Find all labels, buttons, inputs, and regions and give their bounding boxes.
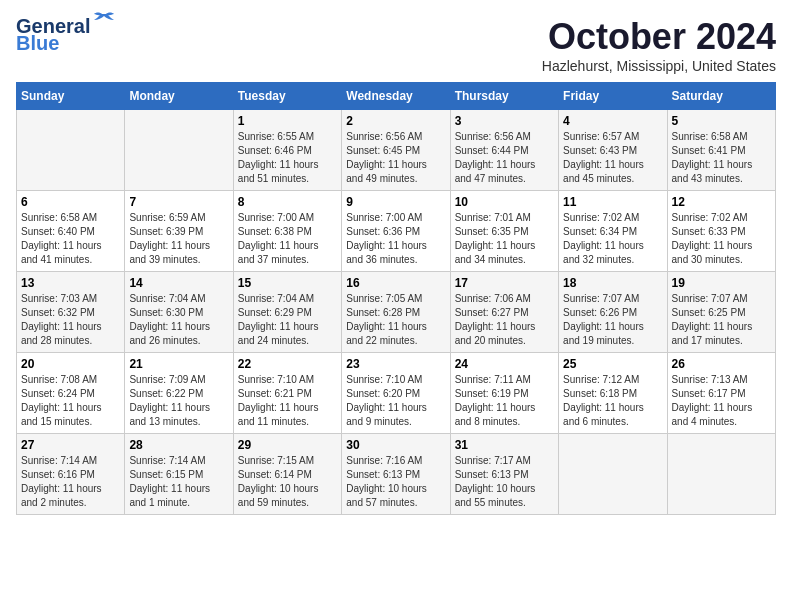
- day-number: 27: [21, 438, 120, 452]
- day-info: Sunrise: 7:09 AMSunset: 6:22 PMDaylight:…: [129, 373, 228, 429]
- day-of-week-header: Friday: [559, 83, 667, 110]
- day-number: 2: [346, 114, 445, 128]
- calendar-cell: 21Sunrise: 7:09 AMSunset: 6:22 PMDayligh…: [125, 353, 233, 434]
- day-info: Sunrise: 7:10 AMSunset: 6:20 PMDaylight:…: [346, 373, 445, 429]
- day-number: 16: [346, 276, 445, 290]
- day-number: 20: [21, 357, 120, 371]
- day-number: 21: [129, 357, 228, 371]
- day-number: 13: [21, 276, 120, 290]
- day-info: Sunrise: 7:08 AMSunset: 6:24 PMDaylight:…: [21, 373, 120, 429]
- calendar-cell: [17, 110, 125, 191]
- day-info: Sunrise: 7:14 AMSunset: 6:16 PMDaylight:…: [21, 454, 120, 510]
- calendar-cell: 15Sunrise: 7:04 AMSunset: 6:29 PMDayligh…: [233, 272, 341, 353]
- calendar-cell: 24Sunrise: 7:11 AMSunset: 6:19 PMDayligh…: [450, 353, 558, 434]
- day-number: 15: [238, 276, 337, 290]
- day-number: 29: [238, 438, 337, 452]
- month-title: October 2024: [542, 16, 776, 58]
- day-number: 28: [129, 438, 228, 452]
- day-number: 5: [672, 114, 771, 128]
- logo-bird-icon: [92, 12, 120, 32]
- calendar-cell: [559, 434, 667, 515]
- calendar-cell: 28Sunrise: 7:14 AMSunset: 6:15 PMDayligh…: [125, 434, 233, 515]
- day-number: 7: [129, 195, 228, 209]
- day-info: Sunrise: 7:02 AMSunset: 6:33 PMDaylight:…: [672, 211, 771, 267]
- calendar-cell: 1Sunrise: 6:55 AMSunset: 6:46 PMDaylight…: [233, 110, 341, 191]
- calendar-cell: 7Sunrise: 6:59 AMSunset: 6:39 PMDaylight…: [125, 191, 233, 272]
- logo-blue: Blue: [16, 32, 59, 55]
- calendar-cell: 29Sunrise: 7:15 AMSunset: 6:14 PMDayligh…: [233, 434, 341, 515]
- day-info: Sunrise: 7:05 AMSunset: 6:28 PMDaylight:…: [346, 292, 445, 348]
- day-number: 8: [238, 195, 337, 209]
- calendar-cell: 16Sunrise: 7:05 AMSunset: 6:28 PMDayligh…: [342, 272, 450, 353]
- calendar-cell: 25Sunrise: 7:12 AMSunset: 6:18 PMDayligh…: [559, 353, 667, 434]
- day-info: Sunrise: 7:02 AMSunset: 6:34 PMDaylight:…: [563, 211, 662, 267]
- calendar-cell: 23Sunrise: 7:10 AMSunset: 6:20 PMDayligh…: [342, 353, 450, 434]
- day-info: Sunrise: 7:14 AMSunset: 6:15 PMDaylight:…: [129, 454, 228, 510]
- day-info: Sunrise: 7:01 AMSunset: 6:35 PMDaylight:…: [455, 211, 554, 267]
- calendar-table: SundayMondayTuesdayWednesdayThursdayFrid…: [16, 82, 776, 515]
- day-number: 31: [455, 438, 554, 452]
- logo: General Blue: [16, 16, 120, 55]
- day-number: 3: [455, 114, 554, 128]
- day-number: 4: [563, 114, 662, 128]
- day-number: 24: [455, 357, 554, 371]
- title-area: October 2024 Hazlehurst, Mississippi, Un…: [542, 16, 776, 74]
- day-number: 18: [563, 276, 662, 290]
- day-of-week-header: Tuesday: [233, 83, 341, 110]
- day-number: 11: [563, 195, 662, 209]
- calendar-cell: 5Sunrise: 6:58 AMSunset: 6:41 PMDaylight…: [667, 110, 775, 191]
- calendar-cell: 30Sunrise: 7:16 AMSunset: 6:13 PMDayligh…: [342, 434, 450, 515]
- day-number: 9: [346, 195, 445, 209]
- day-info: Sunrise: 7:11 AMSunset: 6:19 PMDaylight:…: [455, 373, 554, 429]
- day-of-week-header: Thursday: [450, 83, 558, 110]
- day-of-week-header: Wednesday: [342, 83, 450, 110]
- day-number: 1: [238, 114, 337, 128]
- day-info: Sunrise: 7:04 AMSunset: 6:29 PMDaylight:…: [238, 292, 337, 348]
- day-info: Sunrise: 7:00 AMSunset: 6:38 PMDaylight:…: [238, 211, 337, 267]
- day-number: 17: [455, 276, 554, 290]
- calendar-cell: 31Sunrise: 7:17 AMSunset: 6:13 PMDayligh…: [450, 434, 558, 515]
- calendar-cell: 26Sunrise: 7:13 AMSunset: 6:17 PMDayligh…: [667, 353, 775, 434]
- day-info: Sunrise: 6:56 AMSunset: 6:44 PMDaylight:…: [455, 130, 554, 186]
- header: General Blue October 2024 Hazlehurst, Mi…: [16, 16, 776, 74]
- calendar-cell: [125, 110, 233, 191]
- day-info: Sunrise: 7:13 AMSunset: 6:17 PMDaylight:…: [672, 373, 771, 429]
- day-info: Sunrise: 6:58 AMSunset: 6:40 PMDaylight:…: [21, 211, 120, 267]
- day-info: Sunrise: 6:58 AMSunset: 6:41 PMDaylight:…: [672, 130, 771, 186]
- calendar-cell: 18Sunrise: 7:07 AMSunset: 6:26 PMDayligh…: [559, 272, 667, 353]
- day-info: Sunrise: 7:17 AMSunset: 6:13 PMDaylight:…: [455, 454, 554, 510]
- calendar-cell: 3Sunrise: 6:56 AMSunset: 6:44 PMDaylight…: [450, 110, 558, 191]
- day-number: 14: [129, 276, 228, 290]
- day-of-week-header: Monday: [125, 83, 233, 110]
- day-number: 6: [21, 195, 120, 209]
- calendar-cell: 4Sunrise: 6:57 AMSunset: 6:43 PMDaylight…: [559, 110, 667, 191]
- calendar-cell: 11Sunrise: 7:02 AMSunset: 6:34 PMDayligh…: [559, 191, 667, 272]
- calendar-cell: 14Sunrise: 7:04 AMSunset: 6:30 PMDayligh…: [125, 272, 233, 353]
- day-of-week-header: Saturday: [667, 83, 775, 110]
- calendar-cell: 8Sunrise: 7:00 AMSunset: 6:38 PMDaylight…: [233, 191, 341, 272]
- calendar-cell: 27Sunrise: 7:14 AMSunset: 6:16 PMDayligh…: [17, 434, 125, 515]
- location: Hazlehurst, Mississippi, United States: [542, 58, 776, 74]
- calendar-cell: 20Sunrise: 7:08 AMSunset: 6:24 PMDayligh…: [17, 353, 125, 434]
- day-info: Sunrise: 6:57 AMSunset: 6:43 PMDaylight:…: [563, 130, 662, 186]
- day-info: Sunrise: 6:59 AMSunset: 6:39 PMDaylight:…: [129, 211, 228, 267]
- day-info: Sunrise: 7:16 AMSunset: 6:13 PMDaylight:…: [346, 454, 445, 510]
- day-info: Sunrise: 6:56 AMSunset: 6:45 PMDaylight:…: [346, 130, 445, 186]
- calendar-cell: 10Sunrise: 7:01 AMSunset: 6:35 PMDayligh…: [450, 191, 558, 272]
- day-info: Sunrise: 7:00 AMSunset: 6:36 PMDaylight:…: [346, 211, 445, 267]
- day-info: Sunrise: 7:03 AMSunset: 6:32 PMDaylight:…: [21, 292, 120, 348]
- day-info: Sunrise: 7:04 AMSunset: 6:30 PMDaylight:…: [129, 292, 228, 348]
- calendar-cell: 2Sunrise: 6:56 AMSunset: 6:45 PMDaylight…: [342, 110, 450, 191]
- day-info: Sunrise: 7:15 AMSunset: 6:14 PMDaylight:…: [238, 454, 337, 510]
- day-number: 26: [672, 357, 771, 371]
- day-number: 22: [238, 357, 337, 371]
- calendar-cell: 12Sunrise: 7:02 AMSunset: 6:33 PMDayligh…: [667, 191, 775, 272]
- day-info: Sunrise: 7:07 AMSunset: 6:25 PMDaylight:…: [672, 292, 771, 348]
- day-info: Sunrise: 7:12 AMSunset: 6:18 PMDaylight:…: [563, 373, 662, 429]
- calendar-cell: 19Sunrise: 7:07 AMSunset: 6:25 PMDayligh…: [667, 272, 775, 353]
- calendar-cell: 22Sunrise: 7:10 AMSunset: 6:21 PMDayligh…: [233, 353, 341, 434]
- day-info: Sunrise: 6:55 AMSunset: 6:46 PMDaylight:…: [238, 130, 337, 186]
- day-number: 25: [563, 357, 662, 371]
- day-info: Sunrise: 7:10 AMSunset: 6:21 PMDaylight:…: [238, 373, 337, 429]
- calendar-cell: 13Sunrise: 7:03 AMSunset: 6:32 PMDayligh…: [17, 272, 125, 353]
